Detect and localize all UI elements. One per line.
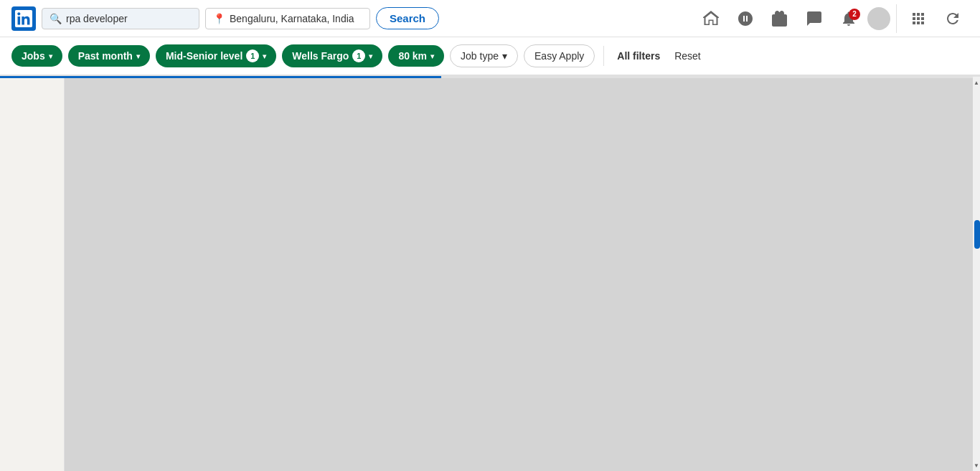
location-input[interactable]	[230, 13, 359, 24]
company-filter-button[interactable]: Wells Fargo 1 ▾	[282, 44, 382, 67]
wells-fargo-label: Wells Fargo	[292, 50, 349, 62]
jobs-filter-button[interactable]: Jobs ▾	[11, 45, 62, 67]
nav-notifications[interactable]: 2	[833, 7, 864, 30]
mid-senior-badge: 1	[246, 49, 259, 62]
location-pin-icon: 📍	[213, 13, 225, 24]
past-month-filter-button[interactable]: Past month ▾	[68, 45, 150, 67]
right-panel	[736, 78, 980, 471]
scrollbar-arrow-up[interactable]: ▲	[973, 77, 980, 88]
nav-apps[interactable]	[903, 7, 934, 30]
distance-label: 80 km	[398, 50, 427, 62]
easy-apply-label: Easy Apply	[534, 50, 584, 62]
nav-icons: 2	[695, 4, 969, 33]
mid-senior-chevron-icon: ▾	[263, 52, 266, 60]
nav-refresh[interactable]	[937, 7, 969, 30]
filter-divider	[603, 46, 604, 66]
sidebar	[0, 78, 65, 471]
nav-jobs[interactable]	[764, 7, 796, 30]
jobs-chevron-icon: ▾	[49, 52, 52, 60]
past-month-label: Past month	[78, 50, 133, 62]
reset-button[interactable]: Reset	[670, 45, 705, 67]
jobs-filter-label: Jobs	[22, 50, 45, 62]
linkedin-logo[interactable]	[11, 6, 36, 31]
distance-filter-button[interactable]: 80 km ▾	[388, 45, 444, 67]
mid-senior-label: Mid-Senior level	[166, 50, 242, 62]
wells-fargo-badge: 1	[352, 49, 365, 62]
filter-bar: Jobs ▾ Past month ▾ Mid-Senior level 1 ▾…	[0, 37, 980, 76]
distance-chevron-icon: ▾	[430, 52, 434, 60]
easy-apply-filter-button[interactable]: Easy Apply	[524, 44, 595, 67]
search-icon: 🔍	[50, 13, 62, 24]
job-search-box[interactable]: 🔍	[42, 8, 199, 29]
main-content	[0, 78, 980, 471]
wells-fargo-chevron-icon: ▾	[369, 52, 372, 60]
job-type-chevron-icon: ▾	[502, 50, 507, 62]
job-type-label: Job type	[461, 50, 499, 62]
nav-network[interactable]	[730, 7, 761, 30]
job-type-filter-button[interactable]: Job type ▾	[450, 44, 518, 67]
navbar: 🔍 📍 Search	[0, 0, 980, 37]
notification-badge: 2	[849, 9, 860, 20]
location-search-box[interactable]: 📍	[205, 8, 370, 29]
all-filters-button[interactable]: All filters	[613, 45, 664, 67]
content-area	[65, 78, 736, 471]
search-button[interactable]: Search	[376, 7, 439, 29]
progress-bar-fill	[0, 76, 441, 78]
past-month-chevron-icon: ▾	[136, 52, 140, 60]
nav-messaging[interactable]	[798, 7, 830, 30]
scrollbar-thumb[interactable]	[974, 220, 980, 249]
experience-level-filter-button[interactable]: Mid-Senior level 1 ▾	[156, 44, 276, 67]
progress-bar-container	[0, 76, 980, 78]
scrollbar[interactable]: ▲ ▼	[973, 77, 980, 471]
nav-divider	[896, 4, 897, 33]
avatar[interactable]	[867, 7, 890, 30]
job-search-input[interactable]	[66, 13, 188, 24]
nav-home[interactable]	[695, 7, 727, 30]
scrollbar-arrow-down[interactable]: ▼	[973, 460, 980, 471]
